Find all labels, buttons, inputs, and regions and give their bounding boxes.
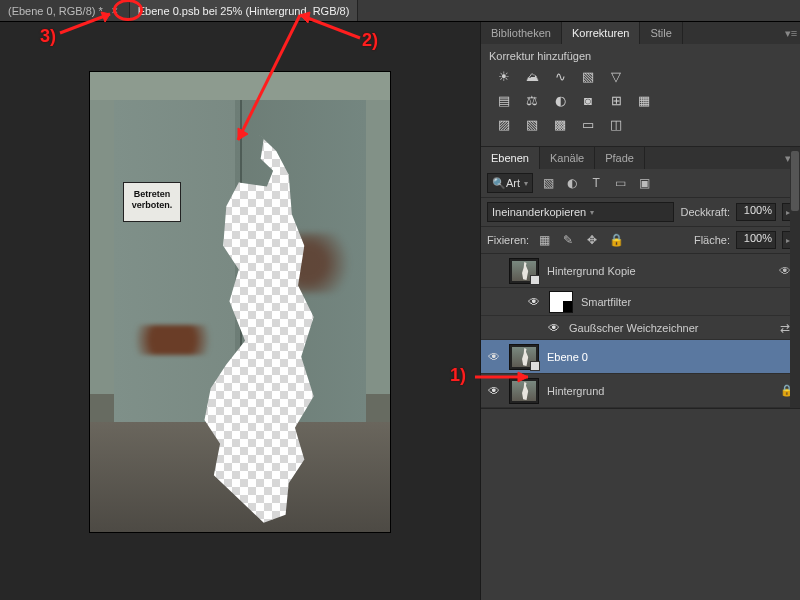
brightness-icon[interactable]: ☀ [495, 68, 513, 84]
layer-filter-dropdown[interactable]: 🔍 Art ▾ [487, 173, 533, 193]
selective-color-icon[interactable]: ◫ [607, 116, 625, 132]
chevron-down-icon: ▾ [524, 179, 528, 188]
lock-transparent-icon[interactable]: ▦ [535, 231, 553, 249]
vibrance-icon[interactable]: ▽ [607, 68, 625, 84]
hue-icon[interactable]: ▤ [495, 92, 513, 108]
lock-fill-row: Fixieren: ▦ ✎ ✥ 🔒 Fläche: 100% ▸ [481, 227, 800, 254]
filter-adjust-icon[interactable]: ◐ [563, 174, 581, 192]
layer-name[interactable]: Smartfilter [581, 296, 794, 308]
adjustment-icon-row-3: ▨ ▧ ▩ ▭ ◫ [495, 116, 792, 132]
lock-brush-icon[interactable]: ✎ [559, 231, 577, 249]
filter-smart-icon[interactable]: ▣ [635, 174, 653, 192]
opacity-value[interactable]: 100% [736, 203, 776, 221]
document-tab-1[interactable]: (Ebene 0, RGB/8) * ✕ [0, 0, 130, 21]
tab-ebenen[interactable]: Ebenen [481, 147, 540, 169]
threshold-icon[interactable]: ▩ [551, 116, 569, 132]
layers-panel: Ebenen Kanäle Pfade ▾≡ 🔍 Art ▾ ▧ ◐ T ▭ ▣… [481, 147, 800, 409]
lock-label: Fixieren: [487, 234, 529, 246]
layer-name[interactable]: Hintergrund [547, 385, 772, 397]
photo-filter-icon[interactable]: ◙ [579, 92, 597, 108]
fill-label: Fläche: [694, 234, 730, 246]
search-icon: 🔍 [492, 177, 506, 190]
layer-thumbnail[interactable] [509, 258, 539, 284]
chevron-down-icon: ▾ [590, 208, 594, 217]
right-panel-stack: Bibliotheken Korrekturen Stile ▾≡ Korrek… [480, 22, 800, 600]
levels-icon[interactable]: ⛰ [523, 68, 541, 84]
adjustment-icon-row-2: ▤ ⚖ ◐ ◙ ⊞ ▦ [495, 92, 792, 108]
layer-row-ebene-0[interactable]: 👁 Ebene 0 [481, 340, 800, 374]
channel-mixer-icon[interactable]: ⊞ [607, 92, 625, 108]
smart-object-badge [530, 361, 540, 371]
layer-row-smartfilter[interactable]: 👁 Smartfilter [481, 288, 800, 316]
filter-pixel-icon[interactable]: ▧ [539, 174, 557, 192]
document-tab-2[interactable]: Ebene 0.psb bei 25% (Hintergrund, RGB/8) [130, 0, 359, 21]
lock-all-icon[interactable]: 🔒 [607, 231, 625, 249]
layer-name[interactable]: Hintergrund Kopie [547, 265, 768, 277]
tab-kanaele[interactable]: Kanäle [540, 147, 595, 169]
layer-thumbnail[interactable] [509, 344, 539, 370]
document-canvas[interactable]: Betretenverboten. [90, 72, 390, 532]
smart-object-badge [530, 275, 540, 285]
transparency-silhouette [90, 72, 390, 532]
adjustments-title: Korrektur hinzufügen [489, 50, 792, 62]
blend-mode-dropdown[interactable]: Ineinanderkopieren ▾ [487, 202, 674, 222]
balance-icon[interactable]: ⚖ [523, 92, 541, 108]
filter-mask-thumbnail[interactable] [549, 291, 573, 313]
layer-name[interactable]: Ebene 0 [547, 351, 794, 363]
fill-value[interactable]: 100% [736, 231, 776, 249]
tab-korrekturen[interactable]: Korrekturen [562, 22, 640, 44]
curves-icon[interactable]: ∿ [551, 68, 569, 84]
layer-thumbnail[interactable] [509, 378, 539, 404]
layer-row-gauss[interactable]: 👁 Gaußscher Weichzeichner ⇄ [481, 316, 800, 340]
tab-label: (Ebene 0, RGB/8) * [8, 5, 103, 17]
visibility-toggle[interactable]: 👁 [527, 295, 541, 309]
exposure-icon[interactable]: ▧ [579, 68, 597, 84]
layers-scrollbar[interactable] [790, 147, 800, 408]
tab-bibliotheken[interactable]: Bibliotheken [481, 22, 562, 44]
layer-filter-bar: 🔍 Art ▾ ▧ ◐ T ▭ ▣ [481, 169, 800, 198]
lock-move-icon[interactable]: ✥ [583, 231, 601, 249]
layer-list: Hintergrund Kopie 👁 👁 Smartfilter 👁 Gauß… [481, 254, 800, 408]
document-tab-bar: (Ebene 0, RGB/8) * ✕ Ebene 0.psb bei 25%… [0, 0, 800, 22]
filter-shape-icon[interactable]: ▭ [611, 174, 629, 192]
canvas-area[interactable]: Betretenverboten. [0, 22, 480, 600]
lut-icon[interactable]: ▦ [635, 92, 653, 108]
layer-row-hintergrund[interactable]: 👁 Hintergrund 🔒 [481, 374, 800, 408]
invert-icon[interactable]: ▨ [495, 116, 513, 132]
visibility-toggle[interactable]: 👁 [547, 321, 561, 335]
panel-menu-icon[interactable]: ▾≡ [782, 22, 800, 44]
tab-stile[interactable]: Stile [640, 22, 682, 44]
opacity-label: Deckkraft: [680, 206, 730, 218]
bw-icon[interactable]: ◐ [551, 92, 569, 108]
tab-pfade[interactable]: Pfade [595, 147, 645, 169]
adjustment-icon-row-1: ☀ ⛰ ∿ ▧ ▽ [495, 68, 792, 84]
adjustments-panel: Bibliotheken Korrekturen Stile ▾≡ Korrek… [481, 22, 800, 147]
layer-name[interactable]: Gaußscher Weichzeichner [569, 322, 768, 334]
gradient-map-icon[interactable]: ▭ [579, 116, 597, 132]
layer-row-hintergrund-kopie[interactable]: Hintergrund Kopie 👁 [481, 254, 800, 288]
close-icon[interactable]: ✕ [109, 5, 121, 17]
filter-type-icon[interactable]: T [587, 174, 605, 192]
tab-label: Ebene 0.psb bei 25% (Hintergrund, RGB/8) [138, 5, 350, 17]
adjustments-panel-tabs: Bibliotheken Korrekturen Stile ▾≡ [481, 22, 800, 44]
blend-opacity-row: Ineinanderkopieren ▾ Deckkraft: 100% ▸ [481, 198, 800, 227]
posterize-icon[interactable]: ▧ [523, 116, 541, 132]
layers-panel-tabs: Ebenen Kanäle Pfade ▾≡ [481, 147, 800, 169]
visibility-toggle[interactable]: 👁 [487, 350, 501, 364]
visibility-toggle[interactable]: 👁 [487, 384, 501, 398]
